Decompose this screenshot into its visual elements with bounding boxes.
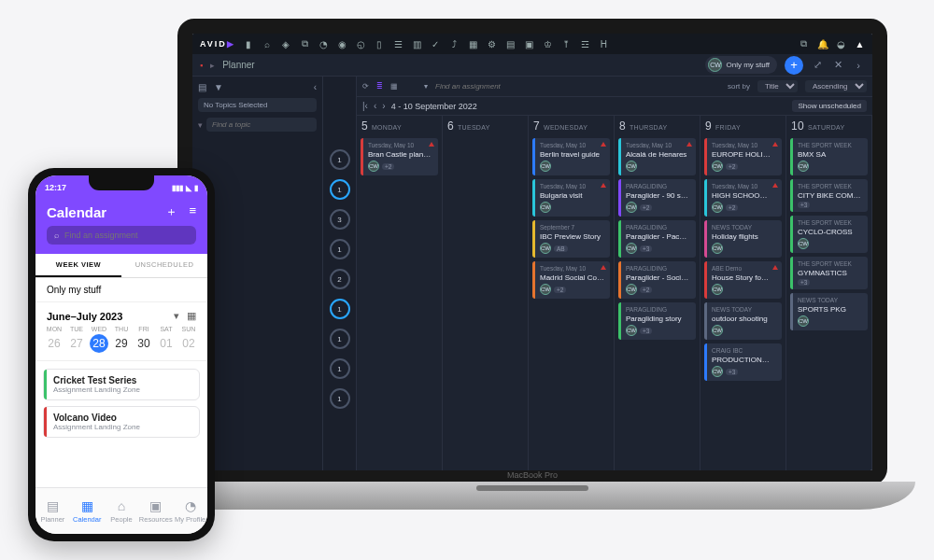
assignment-card[interactable]: PARAGLIDINGParaglider - Soci…CW+2 bbox=[618, 261, 696, 299]
swimlane-circle[interactable]: 3 bbox=[330, 209, 350, 230]
date-prev-icon[interactable]: ‹ bbox=[374, 101, 376, 111]
nav-my-profile[interactable]: ◔My Profile bbox=[173, 488, 207, 534]
share-icon[interactable]: ⤴ bbox=[449, 39, 460, 49]
view-list-icon[interactable]: ≣ bbox=[376, 82, 383, 91]
swimlane-circle[interactable]: 1 bbox=[330, 358, 350, 379]
assignment-card[interactable]: Tuesday, May 10HIGH SCHOO…CW+2 bbox=[704, 179, 782, 217]
assignment-card[interactable]: THE SPORT WEEKCYCLO-CROSSCW bbox=[790, 216, 868, 253]
profile-icon[interactable]: ◒ bbox=[836, 39, 846, 49]
day-cell[interactable]: MON26 bbox=[43, 326, 65, 353]
assignment-card[interactable]: NEWS TODAYoutdoor shootingCW bbox=[704, 302, 782, 340]
only-my-stuff-row[interactable]: Only my stuff bbox=[35, 278, 207, 302]
assignment-card[interactable]: CRAIG IBCPRODUCTION…CW+3 bbox=[704, 343, 782, 381]
assignment-card[interactable]: NEWS TODAYSPORTS PKGCW bbox=[790, 293, 868, 330]
expand-icon[interactable]: ⤢ bbox=[811, 59, 824, 72]
refresh-icon[interactable]: ⟳ bbox=[362, 82, 369, 91]
nav-planner[interactable]: ▤Planner bbox=[35, 488, 70, 534]
only-my-stuff-toggle[interactable]: CW Only my stuff bbox=[705, 56, 777, 74]
swimlane-circle[interactable]: 1 bbox=[330, 149, 350, 170]
globe-icon[interactable]: ◉ bbox=[337, 39, 347, 49]
find-assignment-input[interactable] bbox=[435, 82, 538, 91]
tab-week-view[interactable]: WEEK VIEW bbox=[35, 254, 121, 277]
grid-icon[interactable]: ▦ bbox=[468, 39, 478, 49]
crumb-planner[interactable]: Planner bbox=[222, 60, 254, 70]
swimlane-circle[interactable]: 1 bbox=[330, 329, 350, 349]
swimlane-circle[interactable]: 1 bbox=[330, 388, 350, 409]
home-icon[interactable]: ▪ bbox=[200, 61, 203, 70]
layers-icon[interactable]: ▤ bbox=[198, 82, 206, 92]
doc-icon[interactable]: ▤ bbox=[505, 39, 516, 49]
phone-search[interactable]: ⌕ bbox=[47, 226, 196, 245]
assignment-card[interactable]: September 7IBC Preview StoryCWAB bbox=[532, 220, 610, 258]
assignment-card[interactable]: Tuesday, May 10Bran Castle plan…CW+2 bbox=[361, 138, 438, 175]
search-icon[interactable]: ⌕ bbox=[262, 39, 273, 49]
trophy-icon[interactable]: ♔ bbox=[543, 39, 553, 49]
assignment-card[interactable]: THE SPORT WEEKCITY BIKE COM…+3 bbox=[790, 179, 868, 212]
calendar-icon[interactable]: ▦ bbox=[187, 310, 196, 322]
timer-icon[interactable]: ◵ bbox=[356, 39, 366, 49]
nav-calendar[interactable]: ▦Calendar bbox=[70, 488, 105, 534]
swimlane-circle[interactable]: 1 bbox=[330, 299, 350, 319]
assignment-card[interactable]: PARAGLIDINGParaglider - 90 s…CW+2 bbox=[618, 179, 696, 217]
view-grid-icon[interactable]: ▦ bbox=[390, 82, 398, 91]
filter-icon[interactable]: ▾ bbox=[174, 310, 179, 322]
day-cell[interactable]: FRI30 bbox=[133, 326, 155, 353]
avatar-icon[interactable]: ▲ bbox=[855, 39, 865, 49]
assignment-card[interactable]: NEWS TODAYHoliday flightsCW bbox=[704, 220, 782, 258]
assignment-card[interactable]: THE SPORT WEEKBMX SACW bbox=[790, 138, 868, 175]
show-unscheduled-button[interactable]: Show unscheduled bbox=[792, 100, 867, 112]
phone-search-input[interactable] bbox=[64, 231, 189, 240]
clipboard-icon[interactable]: ▣ bbox=[524, 39, 534, 49]
gear-icon[interactable]: ⚙ bbox=[487, 39, 497, 49]
assignment-card[interactable]: Tuesday, May 10Bulgaria visitCW bbox=[532, 179, 610, 217]
day-cell[interactable]: WED28 bbox=[88, 326, 110, 353]
chevron-left-icon[interactable]: ‹ bbox=[314, 82, 317, 92]
nav-people[interactable]: ⌂People bbox=[105, 488, 139, 534]
phone-assignment-card[interactable]: Cricket Test SeriesAssignment Landing Zo… bbox=[43, 369, 200, 400]
copy-icon[interactable]: ⧉ bbox=[799, 39, 809, 49]
bars-icon[interactable]: ▥ bbox=[412, 39, 422, 49]
day-cell[interactable]: TUE27 bbox=[65, 326, 88, 353]
assignment-card[interactable]: PARAGLIDINGParagliding storyCW+3 bbox=[618, 302, 696, 340]
link-icon[interactable]: ⧉ bbox=[300, 39, 310, 49]
sort-field-select[interactable]: Title bbox=[757, 80, 798, 92]
nav-resources[interactable]: ▣Resources bbox=[138, 488, 173, 534]
day-cell[interactable]: SUN02 bbox=[177, 326, 200, 353]
user-icon[interactable]: ◔ bbox=[318, 39, 329, 49]
h-icon[interactable]: H bbox=[599, 39, 609, 49]
check-icon[interactable]: ✓ bbox=[431, 39, 441, 49]
phone-assignment-card[interactable]: Volcano VideoAssignment Landing Zone bbox=[43, 406, 200, 438]
swimlane-circle[interactable]: 2 bbox=[330, 269, 350, 289]
bookmark-icon[interactable]: ▯ bbox=[375, 39, 385, 49]
day-cell[interactable]: SAT01 bbox=[155, 326, 177, 353]
no-topics-pill[interactable]: No Topics Selected bbox=[198, 98, 317, 112]
phone-menu-icon[interactable]: ≡ bbox=[189, 203, 196, 220]
phone-add-icon[interactable]: ＋ bbox=[165, 203, 177, 220]
tag-icon[interactable]: ◈ bbox=[281, 39, 291, 49]
upload-icon[interactable]: ⤒ bbox=[561, 39, 572, 49]
folder-icon[interactable]: ▮ bbox=[244, 39, 254, 49]
day-cell[interactable]: THU29 bbox=[110, 326, 133, 353]
filter-icon[interactable]: ▼ bbox=[214, 82, 223, 92]
assignment-card[interactable]: ABE DemoHouse Story fo…CW bbox=[704, 261, 782, 299]
chevron-right-icon[interactable]: › bbox=[852, 59, 865, 72]
menu-icon[interactable]: ☲ bbox=[580, 39, 590, 49]
assignment-card[interactable]: Tuesday, May 10EUROPE HOLI…CW+2 bbox=[704, 138, 782, 175]
swimlane-circle[interactable]: 1 bbox=[330, 239, 350, 259]
close-icon[interactable]: ✕ bbox=[831, 59, 844, 72]
date-next-icon[interactable]: › bbox=[382, 101, 385, 111]
date-start-icon[interactable]: |‹ bbox=[362, 101, 368, 111]
tab-unscheduled[interactable]: UNSCHEDULED bbox=[121, 254, 207, 277]
swimlane-circle[interactable]: 1 bbox=[330, 179, 350, 200]
assignment-card[interactable]: THE SPORT WEEKGYMNASTICS+3 bbox=[790, 257, 868, 289]
filter2-icon[interactable]: ▾ bbox=[424, 82, 428, 91]
new-button[interactable]: + bbox=[785, 56, 803, 75]
assignment-card[interactable]: Tuesday, May 10Madrid Social Co…CW+2 bbox=[532, 261, 610, 299]
sort-dir-select[interactable]: Ascending bbox=[805, 80, 867, 92]
list-icon[interactable]: ☰ bbox=[393, 39, 403, 49]
assignment-card[interactable]: PARAGLIDINGParaglider - Pac…CW+3 bbox=[618, 220, 696, 258]
assignment-card[interactable]: Tuesday, May 10Alcalá de HenaresCW bbox=[618, 138, 696, 175]
bell-icon[interactable]: 🔔 bbox=[817, 39, 828, 49]
find-topic-input[interactable] bbox=[206, 118, 317, 132]
assignment-card[interactable]: Tuesday, May 10Berlin travel guideCW bbox=[532, 138, 610, 175]
